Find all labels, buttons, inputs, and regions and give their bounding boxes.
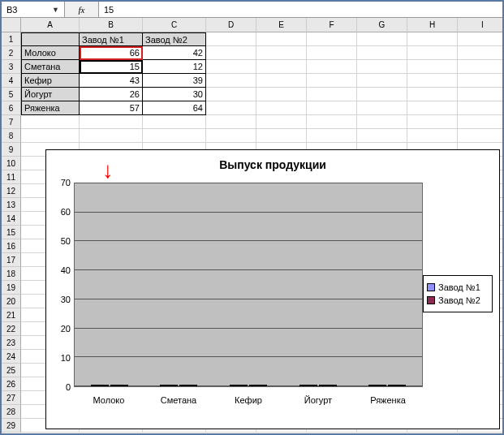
cell-E1[interactable] xyxy=(256,32,307,46)
row-header-3[interactable]: 3 xyxy=(2,60,21,74)
row-header-10[interactable]: 10 xyxy=(2,157,21,170)
cell-D7[interactable] xyxy=(206,115,256,129)
cell-G2[interactable] xyxy=(357,46,407,60)
cell-D8[interactable] xyxy=(206,129,256,143)
cell-A6[interactable]: Ряженка xyxy=(21,101,80,115)
cell-H7[interactable] xyxy=(407,115,458,129)
cell-A8[interactable] xyxy=(21,129,80,143)
cell-G8[interactable] xyxy=(357,129,407,143)
cell-B2[interactable]: 66 xyxy=(80,46,143,60)
cell-G1[interactable] xyxy=(357,32,407,46)
row-header-24[interactable]: 24 xyxy=(2,350,21,364)
cell-D1[interactable] xyxy=(206,32,256,46)
row-header-20[interactable]: 20 xyxy=(2,295,21,308)
row-header-11[interactable]: 11 xyxy=(2,170,21,184)
cell-A7[interactable] xyxy=(21,115,80,129)
spreadsheet-grid[interactable]: 1234567891011121314151617181920212223242… xyxy=(2,18,502,433)
row-header-8[interactable]: 8 xyxy=(2,129,21,143)
column-header-E[interactable]: E xyxy=(256,18,307,32)
cell-H2[interactable] xyxy=(407,46,458,60)
row-header-23[interactable]: 23 xyxy=(2,336,21,350)
cell-H4[interactable] xyxy=(407,74,458,88)
row-header-29[interactable]: 29 xyxy=(2,419,21,433)
cell-C1[interactable]: Завод №2 xyxy=(143,32,206,46)
cell-E8[interactable] xyxy=(256,129,307,143)
row-header-14[interactable]: 14 xyxy=(2,212,21,226)
row-header-6[interactable]: 6 xyxy=(2,101,21,115)
cell-I4[interactable] xyxy=(458,74,504,88)
cell-F5[interactable] xyxy=(307,88,357,101)
cell-B3[interactable]: 15 xyxy=(80,60,143,74)
cell-B5[interactable]: 26 xyxy=(80,88,143,101)
row-header-7[interactable]: 7 xyxy=(2,115,21,129)
cell-E6[interactable] xyxy=(256,101,307,115)
column-header-A[interactable]: A xyxy=(21,18,80,32)
row-header-9[interactable]: 9 xyxy=(2,143,21,157)
cell-A4[interactable]: Кефир xyxy=(21,74,80,88)
column-header-C[interactable]: C xyxy=(143,18,206,32)
cell-C2[interactable]: 42 xyxy=(143,46,206,60)
cell-I5[interactable] xyxy=(458,88,504,101)
cell-E5[interactable] xyxy=(256,88,307,101)
cell-B1[interactable]: Завод №1 xyxy=(80,32,143,46)
row-header-5[interactable]: 5 xyxy=(2,88,21,101)
cell-E2[interactable] xyxy=(256,46,307,60)
row-header-21[interactable]: 21 xyxy=(2,308,21,322)
cell-E7[interactable] xyxy=(256,115,307,129)
cell-I3[interactable] xyxy=(458,60,504,74)
row-header-26[interactable]: 26 xyxy=(2,377,21,391)
cell-F3[interactable] xyxy=(307,60,357,74)
cell-I8[interactable] xyxy=(458,129,504,143)
cell-E4[interactable] xyxy=(256,74,307,88)
dropdown-icon[interactable]: ▼ xyxy=(52,6,59,14)
row-header-18[interactable]: 18 xyxy=(2,267,21,281)
column-header-I[interactable]: I xyxy=(458,18,504,32)
cell-F6[interactable] xyxy=(307,101,357,115)
fx-label[interactable]: fx xyxy=(65,2,99,17)
cell-C6[interactable]: 64 xyxy=(143,101,206,115)
cell-I7[interactable] xyxy=(458,115,504,129)
cell-D5[interactable] xyxy=(206,88,256,101)
cell-A5[interactable]: Йогурт xyxy=(21,88,80,101)
cell-H6[interactable] xyxy=(407,101,458,115)
cell-F1[interactable] xyxy=(307,32,357,46)
cell-D4[interactable] xyxy=(206,74,256,88)
row-header-12[interactable]: 12 xyxy=(2,184,21,198)
formula-input[interactable]: 15 xyxy=(99,2,502,17)
column-header-D[interactable]: D xyxy=(206,18,256,32)
cell-A1[interactable] xyxy=(21,32,80,46)
cell-G7[interactable] xyxy=(357,115,407,129)
row-header-2[interactable]: 2 xyxy=(2,46,21,60)
row-header-16[interactable]: 16 xyxy=(2,239,21,253)
row-header-27[interactable]: 27 xyxy=(2,391,21,405)
cell-B6[interactable]: 57 xyxy=(80,101,143,115)
cell-A2[interactable]: Молоко xyxy=(21,46,80,60)
cell-G5[interactable] xyxy=(357,88,407,101)
cell-D6[interactable] xyxy=(206,101,256,115)
cell-B4[interactable]: 43 xyxy=(80,74,143,88)
cell-B7[interactable] xyxy=(80,115,143,129)
select-all-corner[interactable] xyxy=(2,18,21,32)
row-header-22[interactable]: 22 xyxy=(2,322,21,336)
cell-D2[interactable] xyxy=(206,46,256,60)
column-header-H[interactable]: H xyxy=(407,18,458,32)
column-header-B[interactable]: B xyxy=(80,18,143,32)
row-header-1[interactable]: 1 xyxy=(2,32,21,46)
column-header-F[interactable]: F xyxy=(307,18,357,32)
cell-I2[interactable] xyxy=(458,46,504,60)
row-header-19[interactable]: 19 xyxy=(2,281,21,295)
cell-C3[interactable]: 12 xyxy=(143,60,206,74)
cell-F4[interactable] xyxy=(307,74,357,88)
chart-object[interactable]: Выпуск продукции 010203040506070 МолокоС… xyxy=(45,149,500,429)
cell-F8[interactable] xyxy=(307,129,357,143)
row-header-4[interactable]: 4 xyxy=(2,74,21,88)
name-box[interactable]: B3 ▼ xyxy=(2,2,65,17)
row-header-17[interactable]: 17 xyxy=(2,253,21,267)
cell-B8[interactable] xyxy=(80,129,143,143)
cell-G3[interactable] xyxy=(357,60,407,74)
cell-E3[interactable] xyxy=(256,60,307,74)
cell-H8[interactable] xyxy=(407,129,458,143)
cell-G6[interactable] xyxy=(357,101,407,115)
cell-H5[interactable] xyxy=(407,88,458,101)
cell-G4[interactable] xyxy=(357,74,407,88)
